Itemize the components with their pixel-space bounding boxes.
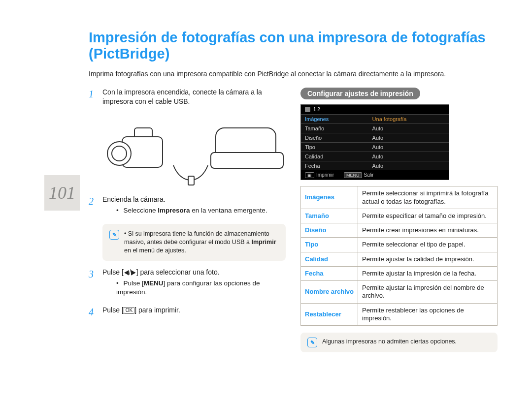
- step-text: Pulse [◀/▶] para seleccionar una foto.: [102, 268, 286, 277]
- note-box-printers: ✎ Algunas impresoras no admiten ciertas …: [300, 333, 498, 352]
- option-description: Permite ajustar la impresión de la fecha…: [358, 266, 497, 280]
- lcd-preview: 1 2 ImágenesUna fotografíaTamañoAutoDise…: [300, 104, 449, 180]
- lcd-exit-label: Salir: [364, 172, 374, 178]
- camera-icon: [107, 127, 171, 174]
- print-button-icon: ▣: [305, 172, 314, 178]
- lcd-tab-numbers: 1 2: [313, 107, 320, 112]
- lcd-row: ImágenesUna fotografía: [301, 114, 449, 123]
- step-text: Pulse [OK] para imprimir.: [102, 306, 180, 319]
- lcd-row: CalidadAuto: [301, 152, 449, 161]
- option-description: Permite ajustar la impresión del nombre …: [358, 281, 497, 304]
- lcd-row: TamañoAuto: [301, 123, 449, 133]
- note-box-usb: ✎ • Si su impresora tiene la función de …: [102, 224, 286, 261]
- option-description: Permite seleccionar si imprimirá la foto…: [358, 186, 497, 209]
- lcd-row-key: Fecha: [301, 161, 368, 170]
- menu-button-icon: MENU: [344, 172, 362, 178]
- connection-illustration: [102, 111, 286, 190]
- step-bullet: Seleccione Impresora en la ventana emerg…: [116, 206, 267, 215]
- page-number-tab: 101: [44, 175, 80, 211]
- left-right-arrow-icon: ◀/▶: [124, 268, 135, 277]
- step-text: Encienda la cámara.: [102, 195, 267, 204]
- intro-text: Imprima fotografías con una impresora co…: [89, 69, 498, 79]
- lcd-row-value: Auto: [368, 143, 449, 152]
- lcd-row-value: Auto: [368, 152, 449, 161]
- lcd-row-value: Auto: [368, 133, 449, 142]
- lcd-footer: ▣Imprimir MENUSalir: [301, 170, 449, 180]
- table-row: DiseñoPermite crear impresiones en minia…: [301, 223, 498, 238]
- table-row: TamañoPermite especificar el tamaño de i…: [301, 209, 498, 223]
- option-name: Restablecer: [301, 303, 358, 326]
- lcd-print-label: Imprimir: [316, 172, 334, 178]
- option-description: Permite seleccionar el tipo de papel.: [358, 238, 497, 252]
- step-2: 2 Encienda la cámara. Seleccione Impreso…: [89, 195, 286, 219]
- option-name: Calidad: [301, 252, 358, 266]
- step-number: 3: [89, 268, 98, 301]
- printer-icon: [210, 127, 282, 174]
- lcd-row-value: Auto: [368, 124, 449, 133]
- lcd-tabs: 1 2: [301, 105, 449, 114]
- table-row: CalidadPermite ajustar la calidad de imp…: [301, 252, 498, 266]
- option-description: Permite restablecer las opciones de impr…: [358, 303, 497, 326]
- note-text: • Si su impresora tiene la función de al…: [124, 230, 279, 255]
- lcd-row-key: Tipo: [301, 143, 368, 152]
- lcd-row-key: Tamaño: [301, 124, 368, 133]
- option-name: Imágenes: [301, 186, 358, 209]
- table-row: Nombre archivoPermite ajustar la impresi…: [301, 281, 498, 304]
- step-1: 1 Con la impresora encendida, conecte la…: [89, 88, 286, 106]
- usb-cable-icon: [171, 160, 210, 190]
- step-text: Con la impresora encendida, conecte la c…: [102, 88, 286, 106]
- note-icon: ✎: [109, 230, 119, 240]
- page-number: 101: [49, 183, 75, 203]
- lcd-row: DiseñoAuto: [301, 133, 449, 142]
- step-number: 2: [89, 195, 98, 219]
- option-description: Permite ajustar la calidad de impresión.: [358, 252, 497, 266]
- section-heading: Configurar ajustes de impresión: [300, 88, 420, 99]
- options-table: ImágenesPermite seleccionar si imprimirá…: [300, 186, 498, 326]
- lcd-row-key: Imágenes: [301, 115, 368, 123]
- option-description: Permite especificar el tamaño de impresi…: [358, 209, 497, 223]
- right-column: Configurar ajustes de impresión 1 2 Imág…: [300, 88, 498, 352]
- page-title: Impresión de fotografías con una impreso…: [89, 30, 498, 62]
- option-name: Nombre archivo: [301, 281, 358, 304]
- lcd-row-value: Una fotografía: [368, 115, 449, 123]
- note-icon: ✎: [307, 338, 317, 347]
- step-4: 4 Pulse [OK] para imprimir.: [89, 306, 286, 319]
- wrench-icon: [305, 107, 310, 112]
- lcd-row-value: Auto: [368, 161, 449, 170]
- step-3: 3 Pulse [◀/▶] para seleccionar una foto.…: [89, 268, 286, 301]
- option-description: Permite crear impresiones en miniaturas.: [358, 223, 497, 238]
- lcd-row-key: Calidad: [301, 152, 368, 161]
- lcd-row-key: Diseño: [301, 133, 368, 142]
- note-text: Algunas impresoras no admiten ciertas op…: [322, 338, 457, 347]
- step-number: 1: [89, 88, 98, 106]
- option-name: Diseño: [301, 223, 358, 238]
- option-name: Tamaño: [301, 209, 358, 223]
- option-name: Fecha: [301, 266, 358, 280]
- table-row: RestablecerPermite restablecer las opcio…: [301, 303, 498, 326]
- ok-button-icon: OK: [124, 307, 134, 314]
- step-number: 4: [89, 306, 98, 319]
- left-column: 1 Con la impresora encendida, conecte la…: [89, 88, 286, 352]
- svg-rect-0: [188, 176, 194, 185]
- lcd-row: TipoAuto: [301, 142, 449, 152]
- table-row: TipoPermite seleccionar el tipo de papel…: [301, 238, 498, 252]
- step-bullet: Pulse [MENU] para configurar las opcione…: [116, 279, 286, 297]
- table-row: FechaPermite ajustar la impresión de la …: [301, 266, 498, 280]
- lcd-row: FechaAuto: [301, 161, 449, 170]
- option-name: Tipo: [301, 238, 358, 252]
- table-row: ImágenesPermite seleccionar si imprimirá…: [301, 186, 498, 209]
